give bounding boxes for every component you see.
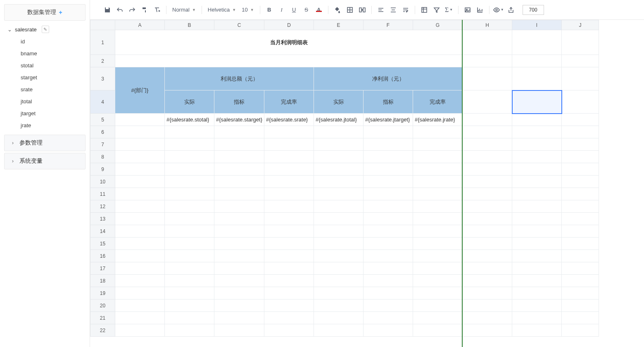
cell[interactable] bbox=[463, 238, 512, 250]
format-painter-icon[interactable] bbox=[139, 4, 150, 16]
report-title[interactable]: 当月利润明细表 bbox=[115, 30, 463, 55]
cell[interactable] bbox=[264, 225, 314, 238]
cell[interactable] bbox=[364, 238, 413, 250]
cell[interactable] bbox=[214, 287, 264, 299]
cell[interactable] bbox=[562, 250, 599, 262]
cell[interactable] bbox=[512, 213, 562, 225]
cell[interactable] bbox=[115, 225, 165, 238]
cell[interactable] bbox=[165, 151, 214, 163]
header-rate[interactable]: 完成率 bbox=[413, 90, 463, 114]
cell[interactable] bbox=[115, 200, 165, 213]
cell[interactable] bbox=[562, 275, 599, 287]
cell[interactable] bbox=[413, 275, 463, 287]
row-header[interactable]: 15 bbox=[90, 238, 115, 250]
header-target[interactable]: 指标 bbox=[214, 90, 264, 114]
row-header[interactable]: 4 bbox=[90, 90, 115, 114]
cell[interactable] bbox=[364, 287, 413, 299]
row-header[interactable]: 13 bbox=[90, 213, 115, 225]
cell[interactable] bbox=[463, 324, 512, 337]
cell[interactable] bbox=[165, 163, 214, 176]
cell[interactable] bbox=[364, 176, 413, 188]
cell[interactable] bbox=[562, 213, 599, 225]
cell[interactable] bbox=[413, 324, 463, 337]
cell[interactable] bbox=[463, 250, 512, 262]
zoom-input[interactable] bbox=[523, 5, 544, 15]
preview-icon[interactable]: ▼ bbox=[493, 4, 504, 16]
row-header[interactable]: 10 bbox=[90, 176, 115, 188]
cell[interactable] bbox=[463, 200, 512, 213]
header-actual[interactable]: 实际 bbox=[314, 90, 364, 114]
cell[interactable] bbox=[314, 287, 364, 299]
cell[interactable] bbox=[115, 238, 165, 250]
cell-binding[interactable]: #{salesrate.srate} bbox=[264, 114, 314, 126]
cell[interactable] bbox=[562, 200, 599, 213]
merge-cells-icon[interactable] bbox=[356, 4, 368, 16]
cell[interactable] bbox=[115, 138, 165, 151]
spreadsheet[interactable]: A B C D E F G H I J 1 当月利润明细表 bbox=[90, 20, 644, 347]
cell[interactable] bbox=[512, 30, 562, 55]
cell[interactable] bbox=[512, 114, 562, 126]
cell[interactable] bbox=[512, 67, 562, 90]
cell[interactable] bbox=[214, 312, 264, 324]
redo-icon[interactable] bbox=[126, 4, 138, 16]
col-header[interactable]: B bbox=[165, 20, 214, 30]
cell[interactable] bbox=[463, 30, 512, 55]
row-header[interactable]: 6 bbox=[90, 126, 115, 138]
cell[interactable] bbox=[364, 275, 413, 287]
row-header[interactable]: 7 bbox=[90, 138, 115, 151]
cell[interactable] bbox=[463, 67, 512, 90]
cell[interactable] bbox=[165, 275, 214, 287]
align-h-icon[interactable] bbox=[375, 4, 387, 16]
col-header[interactable]: D bbox=[264, 20, 314, 30]
cell[interactable] bbox=[512, 324, 562, 337]
cell[interactable] bbox=[314, 151, 364, 163]
cell[interactable] bbox=[364, 262, 413, 275]
cell[interactable] bbox=[562, 67, 599, 90]
cell[interactable] bbox=[214, 238, 264, 250]
cell[interactable] bbox=[364, 138, 413, 151]
cell[interactable] bbox=[463, 138, 512, 151]
cell[interactable] bbox=[413, 225, 463, 238]
cell[interactable] bbox=[165, 262, 214, 275]
cell[interactable] bbox=[463, 225, 512, 238]
cell[interactable] bbox=[463, 188, 512, 200]
cell[interactable] bbox=[512, 151, 562, 163]
cell[interactable] bbox=[165, 126, 214, 138]
cell[interactable] bbox=[165, 238, 214, 250]
cell[interactable] bbox=[512, 126, 562, 138]
cell[interactable] bbox=[264, 200, 314, 213]
header-dept[interactable]: #{部门} bbox=[115, 67, 165, 114]
cell[interactable] bbox=[214, 213, 264, 225]
bold-icon[interactable]: B bbox=[264, 4, 275, 16]
cell[interactable] bbox=[413, 163, 463, 176]
cell[interactable] bbox=[512, 287, 562, 299]
cell[interactable] bbox=[214, 225, 264, 238]
cell[interactable] bbox=[413, 213, 463, 225]
cell[interactable] bbox=[165, 188, 214, 200]
cell[interactable] bbox=[165, 250, 214, 262]
cell[interactable] bbox=[314, 126, 364, 138]
header-actual[interactable]: 实际 bbox=[165, 90, 214, 114]
col-header[interactable]: H bbox=[463, 20, 512, 30]
cell[interactable] bbox=[264, 324, 314, 337]
cell[interactable] bbox=[314, 188, 364, 200]
cell[interactable] bbox=[165, 200, 214, 213]
cell[interactable] bbox=[562, 163, 599, 176]
cell[interactable] bbox=[413, 287, 463, 299]
header-net-profit[interactable]: 净利润（元） bbox=[314, 67, 463, 90]
col-header[interactable]: A bbox=[115, 20, 165, 30]
cell[interactable] bbox=[562, 238, 599, 250]
field-item[interactable]: bname bbox=[19, 48, 88, 59]
italic-icon[interactable]: I bbox=[276, 4, 288, 16]
row-header[interactable]: 20 bbox=[90, 299, 115, 312]
cell[interactable] bbox=[364, 312, 413, 324]
cell[interactable] bbox=[562, 151, 599, 163]
align-v-icon[interactable] bbox=[387, 4, 399, 16]
field-item[interactable]: jtotal bbox=[19, 95, 88, 107]
cell[interactable] bbox=[264, 238, 314, 250]
cell[interactable] bbox=[413, 250, 463, 262]
cell-binding[interactable]: #{salesrate.jtotal} bbox=[314, 114, 364, 126]
cell[interactable] bbox=[314, 299, 364, 312]
cell[interactable] bbox=[115, 262, 165, 275]
cell[interactable] bbox=[165, 287, 214, 299]
